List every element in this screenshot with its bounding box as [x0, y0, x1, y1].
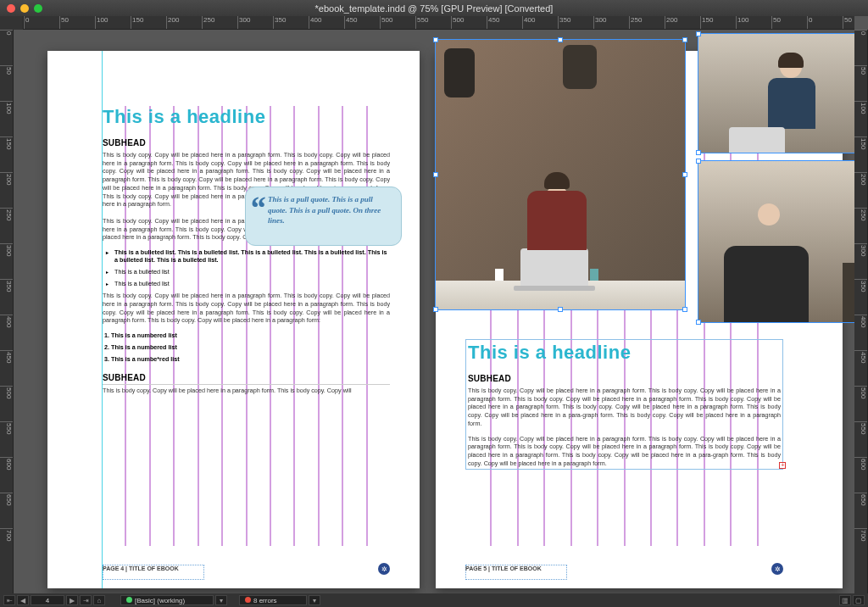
style-dropdown-button[interactable]: ▾ — [215, 595, 227, 605]
last-page-button[interactable]: ⇥ — [80, 595, 92, 605]
body-text[interactable]: This is body copy. Copy will be placed h… — [103, 384, 390, 395]
titlebar: *ebook_template.indd @ 75% [GPU Preview]… — [0, 0, 868, 16]
pull-quote-text: This is a pull quote. This is a pull quo… — [268, 195, 381, 225]
page-footer[interactable]: PAGE 4 | TITLE OF EBOOK — [103, 565, 179, 571]
status-bar: ⇤ ◀ 4 ▶ ⇥ ⌂ [Basic] (working) ▾ 8 errors… — [0, 593, 868, 607]
document-title: *ebook_template.indd @ 75% [GPU Preview]… — [315, 3, 554, 14]
ruler-origin[interactable] — [0, 16, 24, 30]
error-dot-icon — [245, 597, 251, 603]
open-pages-panel-button[interactable]: ⌂ — [93, 595, 105, 605]
preflight-dropdown-button[interactable]: ▾ — [309, 595, 320, 605]
body-copy: This is body copy. Copy will be placed h… — [468, 435, 781, 467]
close-button[interactable] — [7, 4, 15, 13]
first-page-button[interactable]: ⇤ — [3, 595, 15, 605]
minimize-button[interactable] — [20, 4, 29, 13]
placed-image — [698, 161, 854, 322]
image-frame-main[interactable] — [436, 40, 685, 309]
status-ok-icon — [126, 597, 132, 603]
next-page-button[interactable]: ▶ — [66, 595, 78, 605]
window-controls — [7, 4, 42, 13]
pull-quote[interactable]: “ This is a pull quote. This is a pull q… — [245, 187, 402, 246]
preflight-errors-field[interactable]: 8 errors — [239, 595, 307, 605]
image-frame-bottom-right[interactable] — [698, 161, 854, 322]
text-frame[interactable]: This is a headline SUBHEAD This is body … — [465, 339, 783, 470]
page-4[interactable]: This is a headline SUBHEAD This is body … — [47, 51, 420, 588]
page-5[interactable]: This is a headline SUBHEAD This is body … — [436, 51, 843, 588]
maximize-button[interactable] — [34, 4, 42, 13]
headline-text[interactable]: This is a headline — [468, 342, 781, 364]
page-number-field[interactable]: 4 — [31, 595, 64, 605]
ruler-vertical-left[interactable]: 0501001502002503003504004505005506006507… — [0, 30, 14, 593]
list-item[interactable]: This is a bulleted list — [109, 280, 390, 287]
list-item[interactable]: This is a numbered list — [111, 331, 390, 339]
list-item[interactable]: This is a bulleted list. This is a bulle… — [109, 248, 390, 264]
list-item[interactable]: This is a numbered list — [111, 343, 390, 351]
footer-logo-badge[interactable]: ✲ — [378, 563, 390, 575]
paragraph-style-field[interactable]: [Basic] (working) — [120, 595, 214, 605]
headline-text[interactable]: This is a headline — [103, 106, 390, 128]
placed-image — [436, 40, 685, 309]
body-text[interactable]: This is body copy. Copy will be placed h… — [103, 292, 390, 325]
bulleted-list[interactable]: This is a bulleted list. This is a bulle… — [103, 248, 390, 287]
numbered-list[interactable]: This is a numbered listThis is a numbere… — [103, 331, 390, 363]
page-4-margin: This is a headline SUBHEAD This is body … — [103, 106, 390, 546]
list-item[interactable]: This is a bulleted list — [109, 268, 390, 276]
subhead-text[interactable]: SUBHEAD — [103, 373, 390, 382]
footer-logo-badge[interactable]: ✲ — [771, 563, 783, 575]
body-text[interactable]: This is body copy. Copy will be placed h… — [468, 435, 781, 468]
view-split-button[interactable]: ▥ — [839, 595, 851, 605]
image-frame-top-right[interactable] — [698, 34, 854, 153]
subhead-text[interactable]: SUBHEAD — [103, 138, 390, 148]
ruler-horizontal[interactable]: 0501001502002503003504004505005505004504… — [24, 16, 854, 30]
list-item[interactable]: This is a numbe*red list — [111, 355, 390, 363]
open-quote-icon: “ — [249, 186, 265, 231]
prev-page-button[interactable]: ◀ — [17, 595, 29, 605]
errors-label: 8 errors — [253, 597, 277, 604]
page-footer[interactable]: PAGE 5 | TITLE OF EBOOK — [465, 565, 542, 571]
style-label: [Basic] (working) — [135, 597, 185, 604]
placed-image — [698, 34, 854, 153]
scroll-handle[interactable]: ▢ — [853, 595, 865, 605]
body-text[interactable]: This is body copy. Copy will be placed h… — [468, 387, 781, 428]
subhead-text[interactable]: SUBHEAD — [468, 374, 781, 383]
overset-text-indicator[interactable] — [779, 462, 786, 469]
document-canvas[interactable]: This is a headline SUBHEAD This is body … — [14, 30, 854, 593]
ruler-vertical-right[interactable]: 0501001502002503003504004505005506006507… — [854, 30, 868, 593]
